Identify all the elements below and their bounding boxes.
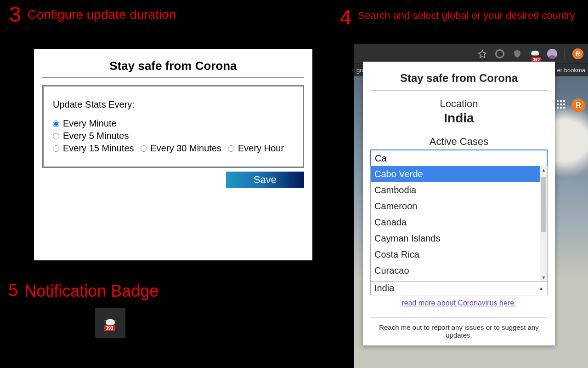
extension-popup: Stay safe from Corona Location India Act… (363, 62, 555, 345)
bookmark-star-icon[interactable] (477, 49, 487, 59)
step-4-number: 4 (340, 6, 352, 28)
country-option-cambodia[interactable]: Cambodia (371, 182, 547, 198)
radio-label: Every 30 Minutes (151, 143, 222, 154)
profile-avatar-icon[interactable] (547, 49, 557, 59)
options-box: Update Stats Every: Every Minute Every 5… (42, 85, 304, 168)
google-apps-icon[interactable] (557, 100, 566, 109)
country-option-cabo-verde[interactable]: Cabo Verde (371, 166, 547, 182)
divider (42, 77, 304, 78)
toolbar-divider (565, 49, 565, 59)
country-option-cameroon[interactable]: Cameroon (371, 198, 547, 214)
radio-every-15-minutes[interactable] (53, 145, 59, 152)
page-profile-avatar[interactable]: R (571, 98, 585, 112)
radio-every-hour[interactable] (228, 145, 234, 152)
country-list: Cabo Verde Cambodia Cameroon Canada Caym… (370, 166, 548, 282)
step-5-number: 5 (8, 281, 18, 299)
browser-toolbar: 393 R (354, 44, 588, 63)
scroll-down-icon[interactable]: ▼ (540, 274, 547, 281)
country-select[interactable]: India ▲ (370, 282, 548, 295)
list-scrollbar[interactable]: ▲ ▼ (540, 166, 547, 281)
extension-icon[interactable]: 393 (105, 317, 116, 328)
step-4-header: 4 Search and select global or your desir… (340, 6, 575, 28)
profile-letter-avatar[interactable]: R (572, 48, 583, 59)
scroll-up-icon[interactable]: ▲ (540, 166, 547, 173)
country-search-input[interactable] (370, 150, 548, 166)
radio-every-5-minutes[interactable] (53, 133, 59, 139)
radio-label: Every Minute (63, 118, 117, 129)
read-more-link[interactable]: read more about Coronavirus here. (370, 299, 548, 307)
radio-label: Every 15 Minutes (63, 143, 134, 154)
extension-corona-icon[interactable]: 393 (530, 49, 540, 59)
badge-count: 393 (104, 325, 115, 331)
bookmark-fragment-right[interactable]: er bookma (557, 67, 585, 74)
step-5-title: Notification Badge (24, 281, 158, 301)
country-option-costa-rica[interactable]: Costa Rica (371, 247, 547, 263)
step-3-number: 3 (9, 4, 21, 25)
step-3-title: Configure update duration (28, 4, 176, 23)
divider (370, 317, 548, 318)
update-duration-panel: Stay safe from Corona Update Stats Every… (34, 49, 312, 260)
location-label: Location (370, 98, 548, 110)
radio-every-minute[interactable] (53, 121, 59, 127)
country-option-cayman-islands[interactable]: Cayman Islands (371, 230, 547, 247)
extension-badge-count: 393 (531, 57, 541, 62)
radio-every-30-minutes[interactable] (141, 145, 147, 152)
radio-label: Every Hour (238, 143, 284, 154)
update-stats-label: Update Stats Every: (53, 99, 294, 110)
step-4-title: Search and select global or your desired… (358, 6, 575, 22)
popup-title: Stay safe from Corona (370, 68, 548, 88)
save-button[interactable]: Save (226, 172, 304, 188)
active-cases-label: Active Cases (370, 136, 548, 148)
country-option-canada[interactable]: Canada (371, 214, 547, 230)
radio-label: Every 5 Minutes (63, 131, 129, 141)
scroll-thumb[interactable] (541, 177, 546, 232)
country-select-value: India (374, 283, 394, 293)
location-value: India (370, 111, 548, 126)
extension-ring-icon[interactable] (495, 49, 505, 59)
ublock-shield-icon[interactable] (512, 49, 522, 59)
divider (370, 90, 548, 91)
step-3-header: 3 Configure update duration (9, 4, 176, 25)
browser-window: 393 R guid er bookma R Stay safe from Co… (354, 44, 588, 368)
panel-title: Stay safe from Corona (40, 53, 307, 77)
extension-badge-tile: 393 (95, 308, 125, 338)
chevron-up-icon: ▲ (539, 286, 543, 291)
reach-out-text: Reach me out to report any issues or to … (370, 323, 548, 339)
country-option-curacao[interactable]: Curacao (371, 263, 547, 279)
step-5-header: 5 Notification Badge (8, 281, 158, 301)
